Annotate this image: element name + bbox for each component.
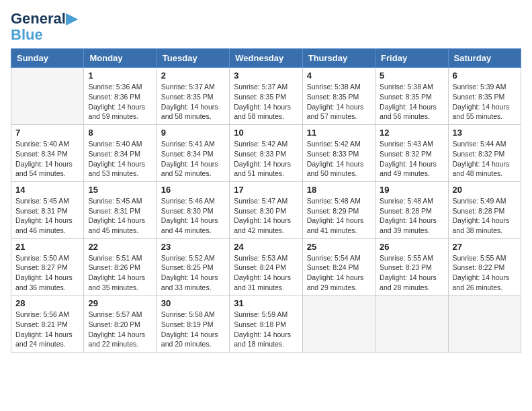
calendar-cell	[375, 295, 448, 353]
day-info: Sunrise: 5:45 AM Sunset: 8:31 PM Dayligh…	[15, 196, 79, 236]
day-info: Sunrise: 5:57 AM Sunset: 8:20 PM Dayligh…	[88, 310, 152, 349]
day-number: 21	[15, 242, 79, 252]
day-number: 24	[234, 242, 298, 252]
day-info: Sunrise: 5:41 AM Sunset: 8:34 PM Dayligh…	[161, 139, 225, 179]
day-info: Sunrise: 5:55 AM Sunset: 8:22 PM Dayligh…	[453, 253, 517, 293]
calendar-cell: 19Sunrise: 5:48 AM Sunset: 8:28 PM Dayli…	[375, 181, 448, 238]
week-row-1: 1Sunrise: 5:36 AM Sunset: 8:36 PM Daylig…	[11, 68, 521, 125]
day-number: 7	[15, 128, 79, 138]
day-info: Sunrise: 5:38 AM Sunset: 8:35 PM Dayligh…	[307, 82, 371, 122]
day-number: 3	[234, 71, 298, 81]
calendar-cell: 9Sunrise: 5:41 AM Sunset: 8:34 PM Daylig…	[157, 125, 229, 182]
day-number: 18	[307, 185, 371, 195]
calendar-cell: 2Sunrise: 5:37 AM Sunset: 8:35 PM Daylig…	[157, 68, 229, 125]
day-number: 1	[88, 71, 152, 81]
calendar-cell: 10Sunrise: 5:42 AM Sunset: 8:33 PM Dayli…	[230, 125, 302, 182]
day-number: 16	[161, 185, 225, 195]
logo-text: General▶	[11, 11, 77, 27]
day-number: 10	[234, 128, 298, 138]
day-info: Sunrise: 5:38 AM Sunset: 8:35 PM Dayligh…	[380, 82, 443, 122]
day-number: 12	[380, 128, 443, 138]
calendar-cell: 26Sunrise: 5:55 AM Sunset: 8:23 PM Dayli…	[375, 238, 448, 295]
day-info: Sunrise: 5:48 AM Sunset: 8:28 PM Dayligh…	[380, 196, 443, 236]
calendar-cell: 31Sunrise: 5:59 AM Sunset: 8:18 PM Dayli…	[230, 295, 302, 353]
day-number: 30	[161, 298, 225, 308]
day-number: 20	[453, 185, 517, 195]
day-number: 9	[161, 128, 225, 138]
day-info: Sunrise: 5:59 AM Sunset: 8:18 PM Dayligh…	[234, 310, 298, 349]
day-info: Sunrise: 5:49 AM Sunset: 8:28 PM Dayligh…	[453, 196, 517, 236]
calendar-cell: 16Sunrise: 5:46 AM Sunset: 8:30 PM Dayli…	[157, 181, 229, 238]
calendar-cell: 14Sunrise: 5:45 AM Sunset: 8:31 PM Dayli…	[11, 181, 84, 238]
day-number: 15	[88, 185, 152, 195]
day-info: Sunrise: 5:48 AM Sunset: 8:29 PM Dayligh…	[307, 196, 371, 236]
calendar-cell: 3Sunrise: 5:37 AM Sunset: 8:35 PM Daylig…	[230, 68, 302, 125]
week-row-4: 21Sunrise: 5:50 AM Sunset: 8:27 PM Dayli…	[11, 238, 521, 295]
day-info: Sunrise: 5:39 AM Sunset: 8:35 PM Dayligh…	[453, 82, 517, 122]
day-number: 28	[15, 298, 79, 308]
calendar-cell: 8Sunrise: 5:40 AM Sunset: 8:34 PM Daylig…	[84, 125, 157, 182]
day-number: 23	[161, 242, 225, 252]
calendar-cell: 24Sunrise: 5:53 AM Sunset: 8:24 PM Dayli…	[230, 238, 302, 295]
column-header-monday: Monday	[84, 49, 157, 68]
calendar-cell	[448, 295, 521, 353]
day-info: Sunrise: 5:46 AM Sunset: 8:30 PM Dayligh…	[161, 196, 225, 236]
day-info: Sunrise: 5:43 AM Sunset: 8:32 PM Dayligh…	[380, 139, 443, 179]
day-info: Sunrise: 5:56 AM Sunset: 8:21 PM Dayligh…	[15, 310, 79, 349]
calendar-table: SundayMondayTuesdayWednesdayThursdayFrid…	[11, 48, 521, 353]
day-number: 14	[15, 185, 79, 195]
day-number: 6	[453, 71, 517, 81]
column-header-wednesday: Wednesday	[230, 49, 302, 68]
calendar-cell: 21Sunrise: 5:50 AM Sunset: 8:27 PM Dayli…	[11, 238, 84, 295]
day-number: 2	[161, 71, 225, 81]
logo-blue: Blue	[11, 27, 43, 43]
calendar-cell: 23Sunrise: 5:52 AM Sunset: 8:25 PM Dayli…	[157, 238, 229, 295]
day-info: Sunrise: 5:37 AM Sunset: 8:35 PM Dayligh…	[161, 82, 225, 122]
day-number: 29	[88, 298, 152, 308]
column-header-thursday: Thursday	[302, 49, 375, 68]
day-number: 31	[234, 298, 298, 308]
column-header-friday: Friday	[375, 49, 448, 68]
day-number: 4	[307, 71, 371, 81]
week-row-2: 7Sunrise: 5:40 AM Sunset: 8:34 PM Daylig…	[11, 125, 521, 182]
calendar-cell: 15Sunrise: 5:45 AM Sunset: 8:31 PM Dayli…	[84, 181, 157, 238]
calendar-cell: 28Sunrise: 5:56 AM Sunset: 8:21 PM Dayli…	[11, 295, 84, 353]
day-number: 22	[88, 242, 152, 252]
week-row-3: 14Sunrise: 5:45 AM Sunset: 8:31 PM Dayli…	[11, 181, 521, 238]
calendar-header-row: SundayMondayTuesdayWednesdayThursdayFrid…	[11, 49, 521, 68]
calendar-cell: 27Sunrise: 5:55 AM Sunset: 8:22 PM Dayli…	[448, 238, 521, 295]
page-header: General▶ Blue	[11, 11, 521, 43]
day-number: 11	[307, 128, 371, 138]
calendar-cell: 1Sunrise: 5:36 AM Sunset: 8:36 PM Daylig…	[84, 68, 157, 125]
day-number: 5	[380, 71, 443, 81]
calendar-cell: 18Sunrise: 5:48 AM Sunset: 8:29 PM Dayli…	[302, 181, 375, 238]
calendar-cell	[302, 295, 375, 353]
day-info: Sunrise: 5:44 AM Sunset: 8:32 PM Dayligh…	[453, 139, 517, 179]
day-number: 19	[380, 185, 443, 195]
day-info: Sunrise: 5:54 AM Sunset: 8:24 PM Dayligh…	[307, 253, 371, 293]
column-header-sunday: Sunday	[11, 49, 84, 68]
logo: General▶ Blue	[11, 11, 77, 43]
day-number: 26	[380, 242, 443, 252]
day-info: Sunrise: 5:47 AM Sunset: 8:30 PM Dayligh…	[234, 196, 298, 236]
column-header-tuesday: Tuesday	[157, 49, 229, 68]
calendar-cell: 7Sunrise: 5:40 AM Sunset: 8:34 PM Daylig…	[11, 125, 84, 182]
calendar-cell: 22Sunrise: 5:51 AM Sunset: 8:26 PM Dayli…	[84, 238, 157, 295]
calendar-cell: 12Sunrise: 5:43 AM Sunset: 8:32 PM Dayli…	[375, 125, 448, 182]
day-number: 13	[453, 128, 517, 138]
calendar-cell: 29Sunrise: 5:57 AM Sunset: 8:20 PM Dayli…	[84, 295, 157, 353]
day-info: Sunrise: 5:42 AM Sunset: 8:33 PM Dayligh…	[234, 139, 298, 179]
calendar-cell: 5Sunrise: 5:38 AM Sunset: 8:35 PM Daylig…	[375, 68, 448, 125]
column-header-saturday: Saturday	[448, 49, 521, 68]
day-info: Sunrise: 5:52 AM Sunset: 8:25 PM Dayligh…	[161, 253, 225, 293]
calendar-cell: 11Sunrise: 5:42 AM Sunset: 8:33 PM Dayli…	[302, 125, 375, 182]
calendar-cell	[11, 68, 84, 125]
calendar-cell: 20Sunrise: 5:49 AM Sunset: 8:28 PM Dayli…	[448, 181, 521, 238]
day-info: Sunrise: 5:37 AM Sunset: 8:35 PM Dayligh…	[234, 82, 298, 122]
day-number: 17	[234, 185, 298, 195]
calendar-cell: 6Sunrise: 5:39 AM Sunset: 8:35 PM Daylig…	[448, 68, 521, 125]
day-info: Sunrise: 5:51 AM Sunset: 8:26 PM Dayligh…	[88, 253, 152, 293]
day-info: Sunrise: 5:36 AM Sunset: 8:36 PM Dayligh…	[88, 82, 152, 122]
day-info: Sunrise: 5:45 AM Sunset: 8:31 PM Dayligh…	[88, 196, 152, 236]
day-info: Sunrise: 5:55 AM Sunset: 8:23 PM Dayligh…	[380, 253, 443, 293]
